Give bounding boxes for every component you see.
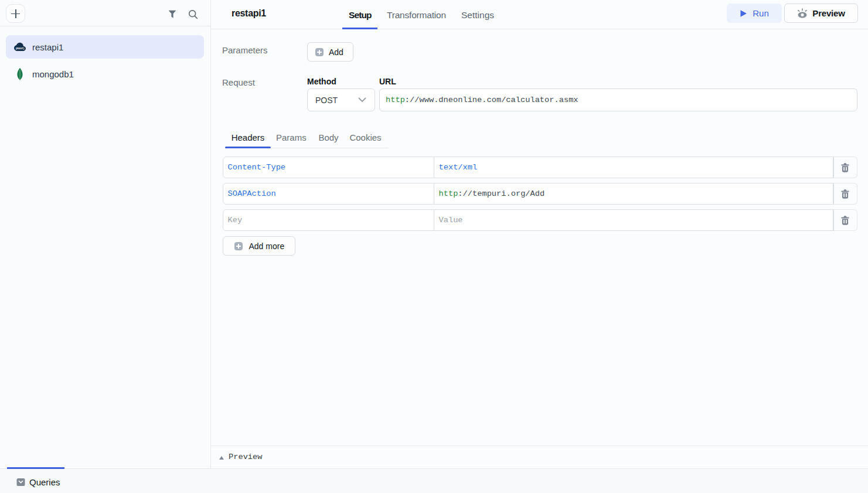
svg-text:{REST}: {REST}	[16, 47, 25, 50]
